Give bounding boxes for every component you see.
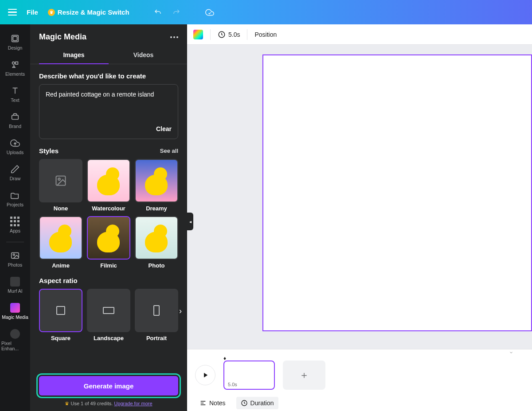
canvas-frame[interactable] (262, 54, 532, 331)
clip-duration: 5.0s (228, 382, 237, 387)
style-label: Watercolour (92, 205, 125, 212)
prompt-input[interactable]: Red painted cottage on a remote island C… (39, 84, 178, 139)
crown-icon: ♛ (48, 9, 55, 16)
nav-divider (6, 242, 24, 242)
menu-icon[interactable] (8, 9, 17, 16)
style-watercolour[interactable]: Watercolour (87, 159, 130, 212)
notes-icon (200, 399, 207, 407)
nav-uploads[interactable]: Uploads (1, 136, 29, 158)
ratio-portrait[interactable]: Portrait (135, 289, 178, 341)
styles-label: Styles (39, 147, 59, 155)
style-label: Dreamy (146, 205, 167, 212)
nav-photos[interactable]: Photos (1, 248, 29, 270)
panel-tabs: Images Videos (30, 46, 187, 64)
more-icon[interactable] (170, 36, 178, 38)
divider (210, 29, 211, 40)
describe-label: Describe what you'd like to create (39, 72, 178, 80)
file-menu[interactable]: File (27, 8, 38, 16)
color-picker[interactable] (193, 30, 203, 39)
nav-apps[interactable]: Apps (1, 214, 29, 236)
style-anime[interactable]: Anime (39, 216, 82, 269)
ratio-square[interactable]: Square (39, 289, 82, 341)
style-label: Photo (149, 262, 165, 269)
cloud-sync-icon[interactable] (205, 8, 215, 17)
nav-label: Uploads (7, 150, 24, 155)
notes-label: Notes (209, 399, 226, 407)
nav-label: Design (8, 45, 23, 50)
nav-text[interactable]: Text (1, 83, 29, 105)
nav-design[interactable]: Design (1, 31, 29, 53)
timeline-clip[interactable]: ♦ 5.0s (223, 361, 275, 390)
left-nav: Design Elements Text Brand Uploads Draw … (0, 24, 30, 411)
nav-projects[interactable]: Projects (1, 188, 29, 210)
style-label: Filmic (100, 262, 117, 269)
nav-label: Projects (7, 202, 23, 207)
nav-label: Apps (10, 228, 20, 233)
chevron-down-icon[interactable] (508, 350, 514, 355)
canvas-area (187, 45, 532, 349)
duration-display[interactable]: 5.0s (218, 31, 240, 39)
style-none[interactable]: None (39, 159, 82, 212)
ratio-row: Square Landscape Portrait › (39, 289, 178, 341)
style-filmic[interactable]: Filmic (87, 216, 130, 269)
see-all-link[interactable]: See all (160, 147, 178, 154)
credits-text: ♛ Use 1 of 49 credits. Upgrade for more (30, 399, 187, 411)
collapse-panel-icon[interactable]: ◂ (187, 213, 193, 230)
duration-label: Duration (250, 399, 274, 407)
style-dreamy[interactable]: Dreamy (135, 159, 178, 212)
position-button[interactable]: Position (254, 31, 277, 38)
nav-label: Elements (5, 71, 25, 77)
svg-point-8 (58, 178, 60, 180)
undo-icon[interactable] (153, 8, 162, 16)
resize-label: Resize & Magic Switch (58, 8, 129, 16)
clock-icon (218, 31, 226, 39)
nav-label: Draw (10, 176, 21, 181)
nav-draw[interactable]: Draw (1, 162, 29, 184)
resize-magic-switch[interactable]: ♛ Resize & Magic Switch (48, 8, 129, 16)
nav-elements[interactable]: Elements (1, 57, 29, 79)
svg-rect-4 (12, 115, 19, 119)
divider (247, 29, 247, 40)
nav-label: Text (11, 97, 19, 103)
playhead-icon: ♦ (223, 355, 226, 361)
prompt-text: Red painted cottage on a remote island (46, 91, 172, 98)
timeline: ♦ 5.0s ＋ Notes Duration (187, 349, 532, 411)
svg-rect-1 (13, 36, 17, 40)
add-page-button[interactable]: ＋ (283, 361, 325, 390)
notes-button[interactable]: Notes (195, 397, 230, 409)
duration-button[interactable]: Duration (236, 397, 278, 409)
redo-icon[interactable] (172, 8, 181, 16)
nav-brand[interactable]: Brand (1, 109, 29, 132)
timeline-top (187, 349, 532, 355)
styles-grid: None Watercolour Dreamy Anime Filmic Pho… (39, 159, 178, 269)
nav-murf-ai[interactable]: Murf AI (1, 274, 29, 296)
ratio-label: Square (51, 335, 70, 341)
upgrade-link[interactable]: Upgrade for more (114, 401, 152, 406)
ratio-landscape[interactable]: Landscape (87, 289, 130, 341)
nav-label: Photos (8, 262, 23, 268)
canvas-toolbar: 5.0s Position (187, 24, 532, 45)
nav-label: Pixel Enhan... (1, 341, 29, 351)
svg-rect-3 (16, 62, 18, 65)
magic-media-panel: Magic Media Images Videos Describe what … (30, 24, 187, 411)
tab-videos[interactable]: Videos (109, 46, 178, 64)
nav-label: Magic Media (2, 314, 28, 320)
clear-button[interactable]: Clear (156, 125, 172, 132)
clock-icon (241, 399, 248, 407)
chevron-right-icon[interactable]: › (179, 306, 182, 316)
svg-rect-5 (12, 253, 19, 259)
aspect-label: Aspect ratio (39, 277, 178, 284)
top-bar: File ♛ Resize & Magic Switch (0, 0, 532, 24)
style-label: Anime (52, 262, 70, 269)
nav-pixel-enhance[interactable]: Pixel Enhan... (1, 326, 29, 354)
style-photo[interactable]: Photo (135, 216, 178, 269)
nav-magic-media[interactable]: Magic Media (1, 300, 29, 322)
duration-value: 5.0s (228, 31, 240, 38)
generate-image-button[interactable]: Generate image (39, 376, 178, 395)
play-button[interactable] (195, 365, 215, 385)
svg-point-6 (13, 254, 15, 256)
tab-images[interactable]: Images (39, 46, 109, 64)
style-label: None (54, 205, 68, 212)
nav-label: Murf AI (8, 288, 22, 294)
ratio-label: Landscape (94, 335, 124, 341)
